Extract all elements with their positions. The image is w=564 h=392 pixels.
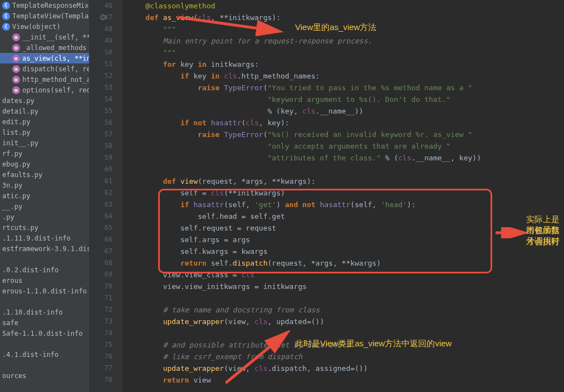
line-number[interactable]: 57: [89, 129, 112, 140]
breakpoint-icon[interactable]: [100, 14, 106, 20]
code-area[interactable]: View里的as_view方法 实际上是闭包函数 当被加括号调用时 才会执行 此…: [122, 0, 564, 392]
file-item[interactable]: efaults.py: [0, 169, 89, 180]
code-line[interactable]: def as_view(cls, **initkwargs):: [128, 12, 564, 23]
code-line[interactable]: # take name and docstring from class: [128, 304, 564, 316]
code-line[interactable]: self.head = self.get: [128, 210, 564, 222]
file-item[interactable]: edit.py: [0, 116, 89, 127]
file-item[interactable]: .1.11.9.dist-info: [0, 233, 89, 243]
code-line[interactable]: view.view_initkwargs = initkwargs: [128, 281, 564, 292]
code-line[interactable]: if key in cls.http_method_names:: [128, 70, 564, 82]
file-item[interactable]: erous-1.1.0.dist-info: [0, 286, 89, 296]
file-item[interactable]: [0, 254, 89, 264]
file-item[interactable]: [0, 296, 89, 307]
line-number[interactable]: 64: [89, 210, 112, 222]
file-item[interactable]: detail.py: [0, 106, 89, 116]
file-item[interactable]: .0.2.dist-info: [0, 264, 89, 275]
code-line[interactable]: "only accepts arguments that are already…: [128, 140, 564, 152]
class-item[interactable]: CView(object): [0, 21, 89, 32]
code-line[interactable]: [128, 164, 564, 175]
line-number[interactable]: 60: [89, 164, 112, 175]
line-number[interactable]: 59: [89, 152, 112, 164]
file-item[interactable]: [0, 360, 89, 370]
file-item[interactable]: ources: [0, 370, 89, 381]
code-line[interactable]: """: [128, 23, 564, 35]
line-number[interactable]: 77: [89, 362, 112, 374]
code-line[interactable]: if not hasattr(cls, key):: [128, 117, 564, 129]
code-line[interactable]: update_wrapper(view, cls, updated=()): [128, 316, 564, 327]
code-line[interactable]: @classonlymethod: [128, 0, 564, 12]
line-number[interactable]: 51: [89, 58, 112, 70]
code-line[interactable]: return self.dispatch(request, *args, **k…: [128, 257, 564, 269]
method-item[interactable]: mhttp_method_not_a: [0, 74, 89, 85]
method-item[interactable]: m__init__(self, **kwa: [0, 32, 89, 42]
file-item[interactable]: .1.10.dist-info: [0, 307, 89, 317]
method-item[interactable]: mdispatch(self, requ: [0, 63, 89, 74]
file-item[interactable]: ebug.py: [0, 159, 89, 169]
file-item[interactable]: 3n.py: [0, 180, 89, 190]
line-number[interactable]: 58: [89, 140, 112, 152]
file-item[interactable]: dates.py: [0, 95, 89, 106]
line-number[interactable]: 47: [89, 12, 112, 23]
file-item[interactable]: rf.py: [0, 148, 89, 159]
code-line[interactable]: if hasattr(self, 'get') and not hasattr(…: [128, 199, 564, 210]
code-line[interactable]: % (key, cls.__name__)): [128, 105, 564, 117]
code-line[interactable]: update_wrapper(view, cls.dispatch, assig…: [128, 362, 564, 374]
method-item[interactable]: mas_view(cls, **initk: [0, 53, 89, 63]
code-line[interactable]: view.view_class = cls: [128, 269, 564, 281]
file-item[interactable]: erous: [0, 275, 89, 286]
file-item[interactable]: init__.py: [0, 138, 89, 148]
line-number[interactable]: 78: [89, 374, 112, 386]
line-number[interactable]: 69: [89, 269, 112, 281]
line-number[interactable]: 55: [89, 105, 112, 117]
code-line[interactable]: raise TypeError("%s() received an invali…: [128, 129, 564, 140]
code-line[interactable]: def view(request, *args, **kwargs):: [128, 175, 564, 187]
code-line[interactable]: "attributes of the class." % (cls.__name…: [128, 152, 564, 164]
file-item[interactable]: .4.1.dist-info: [0, 349, 89, 360]
line-number[interactable]: 74: [89, 327, 112, 339]
file-item[interactable]: rtcuts.py: [0, 222, 89, 233]
code-line[interactable]: self.args = args: [128, 234, 564, 246]
file-item[interactable]: __.py: [0, 201, 89, 212]
line-number[interactable]: 68: [89, 257, 112, 269]
line-number[interactable]: 75: [89, 339, 112, 351]
code-line[interactable]: for key in initkwargs:: [128, 58, 564, 70]
file-item[interactable]: .py: [0, 212, 89, 222]
line-number[interactable]: 63: [89, 199, 112, 210]
code-line[interactable]: # and possible attributes set by decorat…: [128, 339, 564, 351]
code-line[interactable]: self.request = request: [128, 222, 564, 234]
line-number[interactable]: 70: [89, 281, 112, 292]
line-number[interactable]: 71: [89, 292, 112, 304]
line-number[interactable]: 76: [89, 351, 112, 362]
file-item[interactable]: list.py: [0, 127, 89, 138]
file-item[interactable]: atic.py: [0, 190, 89, 201]
file-item[interactable]: [0, 339, 89, 349]
line-number[interactable]: 61: [89, 175, 112, 187]
code-line[interactable]: self = cls(**initkwargs): [128, 187, 564, 199]
code-line[interactable]: """: [128, 47, 564, 58]
code-line[interactable]: [128, 327, 564, 339]
code-line[interactable]: self.kwargs = kwargs: [128, 246, 564, 257]
structure-sidebar[interactable]: CTemplateResponseMixCTemplateView(Templa…: [0, 0, 89, 392]
line-number[interactable]: 56: [89, 117, 112, 129]
line-number[interactable]: 48: [89, 23, 112, 35]
line-number[interactable]: 53: [89, 82, 112, 94]
line-number[interactable]: 62: [89, 187, 112, 199]
code-editor[interactable]: 4647484950515253545556575859606162636465…: [89, 0, 564, 392]
code-line[interactable]: Main entry point for a request-response …: [128, 35, 564, 47]
line-number[interactable]: 66: [89, 234, 112, 246]
code-line[interactable]: [128, 292, 564, 304]
file-item[interactable]: safe: [0, 317, 89, 328]
line-number[interactable]: 46: [89, 0, 112, 12]
class-item[interactable]: CTemplateView(Templa: [0, 11, 89, 21]
code-line[interactable]: return view: [128, 374, 564, 386]
line-number[interactable]: 72: [89, 304, 112, 316]
line-number[interactable]: 73: [89, 316, 112, 327]
code-line[interactable]: # like csrf_exempt from dispatch: [128, 351, 564, 362]
method-item[interactable]: moptions(self, reque: [0, 85, 89, 95]
code-line[interactable]: raise TypeError("You tried to pass in th…: [128, 82, 564, 94]
file-item[interactable]: Safe-1.1.0.dist-info: [0, 328, 89, 339]
class-item[interactable]: CTemplateResponseMix: [0, 0, 89, 11]
file-item[interactable]: estframework-3.9.1.dist-i: [0, 243, 89, 254]
code-line[interactable]: "keyword argument to %s(). Don't do that…: [128, 94, 564, 105]
line-number[interactable]: 65: [89, 222, 112, 234]
